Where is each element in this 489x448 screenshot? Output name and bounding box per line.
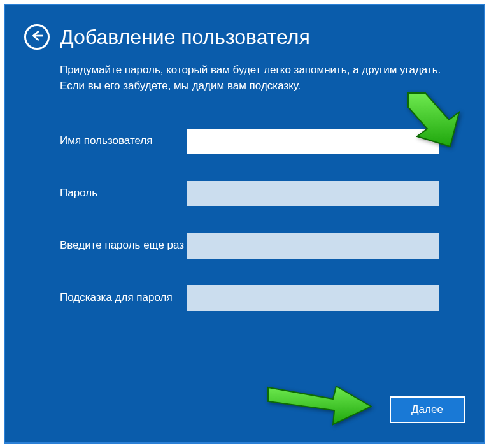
label-hint: Подсказка для пароля [60, 285, 187, 305]
row-hint: Подсказка для пароля [60, 285, 465, 311]
username-input[interactable] [187, 129, 439, 154]
label-confirm: Введите пароль еще раз [60, 233, 187, 252]
next-button[interactable]: Далее [390, 396, 465, 423]
annotation-arrow-icon [263, 375, 374, 428]
password-hint-input[interactable] [187, 285, 439, 311]
label-username: Имя пользователя [60, 129, 187, 148]
confirm-password-input[interactable] [187, 233, 439, 259]
header: Добавление пользователя [24, 24, 465, 50]
description-text: Придумайте пароль, который вам будет лег… [60, 62, 465, 94]
password-input[interactable] [187, 181, 439, 206]
page-title: Добавление пользователя [60, 25, 310, 49]
back-arrow-icon [30, 29, 44, 45]
svg-marker-1 [268, 386, 371, 424]
row-password: Пароль [60, 181, 465, 206]
row-confirm: Введите пароль еще раз [60, 233, 465, 259]
label-password: Пароль [60, 181, 187, 200]
add-user-panel: Добавление пользователя Придумайте парол… [4, 4, 485, 444]
row-username: Имя пользователя [60, 129, 465, 154]
back-button[interactable] [24, 24, 50, 50]
